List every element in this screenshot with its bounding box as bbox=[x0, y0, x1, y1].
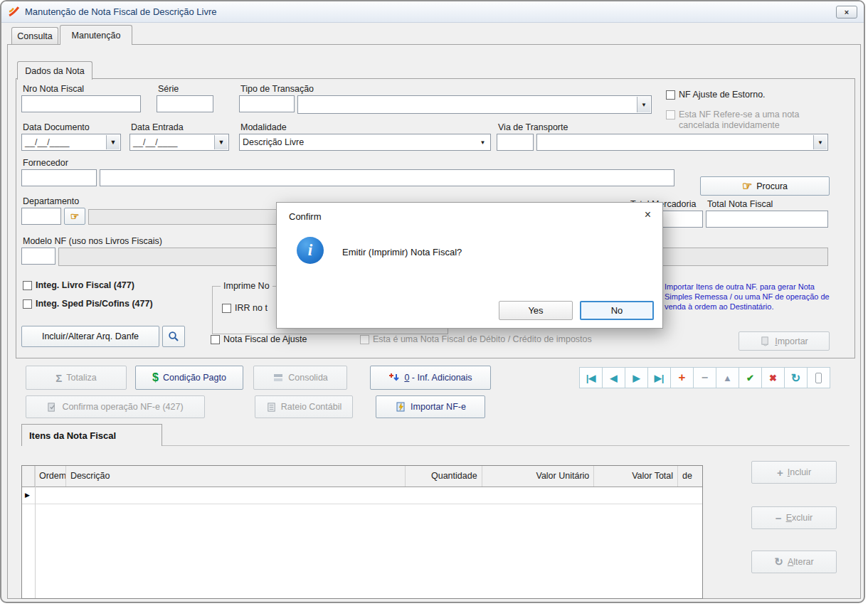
tab-manutencao-label: Manutenção bbox=[72, 31, 121, 41]
fornecedor-name-input[interactable] bbox=[100, 169, 674, 186]
nav-last-button[interactable]: ▶| bbox=[647, 367, 671, 388]
condicao-pagto-button[interactable]: $ Condição Pagto bbox=[135, 366, 243, 390]
data-entrada-input[interactable]: __/__/____ ▼ bbox=[129, 134, 229, 151]
tipo-transacao-select[interactable]: ▼ bbox=[297, 95, 652, 114]
inf-adicionais-button[interactable]: 0 - Inf. Adicionais bbox=[370, 366, 491, 390]
departamento-label: Departamento bbox=[23, 196, 79, 206]
importar-button-label: Importar bbox=[775, 336, 808, 346]
info-icon: i bbox=[297, 237, 324, 264]
no-button[interactable]: No bbox=[580, 301, 654, 320]
column-ordem: Ordem bbox=[35, 466, 66, 487]
confirma-nfe-button: Confirma operação NF-e (427) bbox=[26, 395, 205, 418]
integ-sped-checkbox[interactable]: Integ. Sped Pis/Cofins (477) bbox=[23, 299, 153, 309]
tipo-transacao-label: Tipo de Transação bbox=[240, 84, 314, 94]
nav-first-button[interactable]: |◀ bbox=[579, 367, 603, 388]
importar-nfe-label: Importar NF-e bbox=[411, 402, 466, 412]
tipo-transacao-code-input[interactable] bbox=[239, 95, 295, 112]
checkbox-box[interactable] bbox=[222, 304, 231, 313]
chevron-down-icon[interactable]: ▼ bbox=[106, 135, 120, 149]
pointing-hand-icon: ☞ bbox=[70, 211, 80, 222]
column-descricao: Descrição bbox=[66, 466, 406, 487]
nav-delete-icon: − bbox=[702, 371, 708, 384]
danfe-button[interactable]: Incluir/Alterar Arq. Danfe bbox=[21, 326, 159, 347]
dialog-message: Emitir (Imprimir) Nota Fiscal? bbox=[342, 247, 462, 257]
nav-extra-button[interactable] bbox=[807, 367, 830, 388]
via-transporte-code-input[interactable] bbox=[497, 134, 534, 151]
items-section-title: Itens da Nota Fiscal bbox=[29, 430, 116, 441]
items-section-tab[interactable]: Itens da Nota Fiscal bbox=[21, 424, 162, 446]
nav-refresh-button[interactable]: ↻ bbox=[784, 367, 808, 388]
nav-delete-button[interactable]: − bbox=[693, 367, 716, 388]
yes-button[interactable]: Yes bbox=[499, 301, 573, 320]
checkbox-box bbox=[360, 335, 369, 344]
app-logo-icon bbox=[8, 6, 20, 18]
total-nota-fiscal-input[interactable] bbox=[706, 211, 828, 228]
tab-manutencao[interactable]: Manutenção bbox=[60, 25, 132, 45]
data-documento-label: Data Documento bbox=[23, 122, 90, 132]
modelo-nf-code-input[interactable] bbox=[21, 248, 55, 265]
totaliza-label: Totaliza bbox=[66, 373, 96, 383]
excluir-label: Excluir bbox=[786, 513, 813, 523]
window-title: Manutenção de Nota Fiscal de Descrição L… bbox=[25, 6, 217, 17]
info-glyph: i bbox=[308, 241, 312, 260]
rateio-contabil-label: Rateio Contábil bbox=[281, 402, 342, 412]
chevron-down-icon[interactable]: ▼ bbox=[637, 97, 650, 112]
departamento-code-input[interactable] bbox=[21, 208, 61, 225]
serie-input[interactable] bbox=[157, 95, 213, 112]
tab-dados-da-nota[interactable]: Dados da Nota bbox=[17, 61, 92, 80]
via-transporte-label: Via de Transporte bbox=[498, 122, 568, 132]
fornecedor-code-input[interactable] bbox=[21, 169, 97, 186]
nav-last-icon: ▶| bbox=[655, 373, 665, 383]
imprime-group-caption: Imprime No bbox=[221, 281, 272, 291]
tab-consulta-label: Consulta bbox=[17, 31, 52, 41]
nav-edit-button[interactable]: ▲ bbox=[716, 367, 739, 388]
nf-ajuste-estorno-checkbox[interactable]: NF Ajuste de Estorno. bbox=[666, 90, 766, 100]
chevron-down-icon[interactable]: ▼ bbox=[214, 135, 228, 149]
departamento-lookup-button[interactable]: ☞ bbox=[64, 208, 85, 225]
data-documento-input[interactable]: __/__/____ ▼ bbox=[21, 134, 121, 151]
dialog-title: Confirm bbox=[289, 211, 322, 222]
dialog-close-button[interactable]: × bbox=[645, 208, 651, 221]
checkbox-box[interactable] bbox=[23, 281, 32, 290]
chevron-down-icon[interactable]: ▼ bbox=[476, 135, 489, 149]
table-row[interactable]: ▶ bbox=[22, 487, 702, 504]
inf-adicionais-label: 0 - Inf. Adicionais bbox=[404, 373, 472, 383]
chevron-down-icon[interactable]: ▼ bbox=[813, 135, 827, 149]
nav-next-button[interactable]: ▶ bbox=[625, 367, 648, 388]
nav-prior-button[interactable]: ◀ bbox=[602, 367, 625, 388]
nav-edit-icon: ▲ bbox=[723, 373, 732, 383]
modalidade-value: Descrição Livre bbox=[243, 137, 304, 147]
checkbox-box[interactable] bbox=[211, 335, 220, 344]
confirm-dialog: Confirm × i Emitir (Imprimir) Nota Fisca… bbox=[276, 202, 663, 329]
checkbox-box[interactable] bbox=[666, 90, 675, 100]
integ-livro-fiscal-checkbox[interactable]: Integ. Livro Fiscal (477) bbox=[23, 280, 134, 291]
nav-insert-button[interactable]: + bbox=[670, 367, 694, 388]
document-icon bbox=[266, 402, 277, 413]
irr-checkbox[interactable]: IRR no t bbox=[222, 303, 268, 314]
tab-consulta[interactable]: Consulta bbox=[11, 27, 58, 44]
totaliza-button: Σ Totaliza bbox=[26, 366, 127, 390]
nro-nota-fiscal-input[interactable] bbox=[21, 95, 141, 112]
nav-insert-icon: + bbox=[679, 371, 686, 385]
checkbox-box bbox=[666, 110, 675, 119]
procura-button[interactable]: ☞ Procura bbox=[700, 176, 830, 196]
modalidade-select[interactable]: Descrição Livre ▼ bbox=[239, 134, 491, 151]
window-close-button[interactable]: × bbox=[836, 6, 857, 18]
additional-info-icon bbox=[388, 372, 400, 383]
alterar-button: ↻ Alterar bbox=[751, 551, 837, 573]
danfe-search-button[interactable] bbox=[162, 326, 185, 347]
alterar-label: Alterar bbox=[788, 557, 814, 567]
nota-fiscal-ajuste-checkbox[interactable]: Nota Fiscal de Ajuste bbox=[211, 334, 307, 345]
current-row-marker-icon: ▶ bbox=[25, 491, 30, 499]
checkbox-box[interactable] bbox=[23, 299, 32, 309]
danfe-button-label: Incluir/Alterar Arq. Danfe bbox=[42, 331, 139, 341]
nav-cancel-button[interactable]: ✖ bbox=[761, 367, 785, 388]
procura-button-label: Procura bbox=[756, 181, 788, 191]
nav-cancel-icon: ✖ bbox=[769, 373, 777, 383]
title-bar: Manutenção de Nota Fiscal de Descrição L… bbox=[1, 1, 864, 23]
integ-sped-label: Integ. Sped Pis/Cofins (477) bbox=[36, 299, 153, 309]
nota-fiscal-ajuste-label: Nota Fiscal de Ajuste bbox=[223, 334, 307, 345]
nav-post-button[interactable]: ✔ bbox=[739, 367, 762, 388]
importar-nfe-button[interactable]: Importar NF-e bbox=[376, 395, 485, 418]
via-transporte-select[interactable]: ▼ bbox=[536, 134, 828, 151]
